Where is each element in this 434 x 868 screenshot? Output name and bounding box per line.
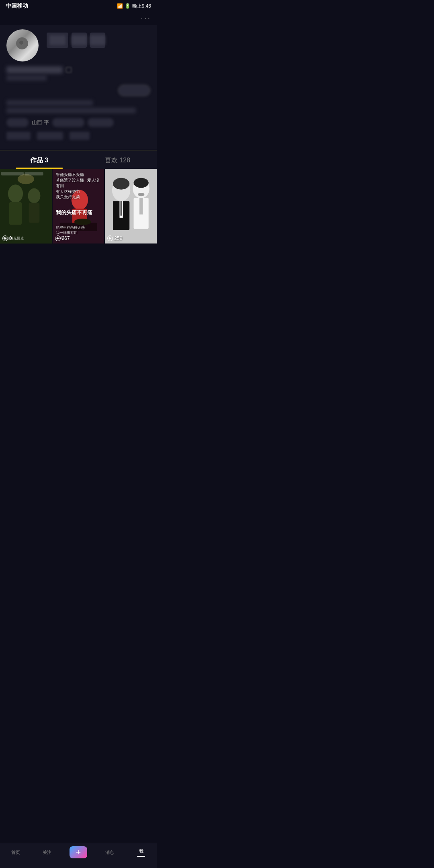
avatar	[6, 29, 39, 61]
svg-point-20	[134, 178, 149, 188]
video-2-overlay: 管他头痛不头痛 苦痛遮了没人懂 爱人没有用 有人这样努力 我只觉得光荣 我的头痛…	[53, 169, 104, 244]
video-3-play-count: 259	[107, 235, 122, 241]
svg-point-1	[8, 184, 23, 203]
play-icon-1	[2, 235, 8, 241]
bio-line-1	[6, 100, 93, 106]
video-1-play-count: 0	[2, 235, 12, 241]
overlay-text-big: 我的头痛不再痛	[56, 209, 101, 216]
status-icons: 📶 🔋 晚上9:46	[117, 3, 151, 10]
signal-icon: 📶	[117, 3, 123, 9]
overlay-text-1: 管他头痛不头痛 苦痛遮了没人懂 爱人没有用 有人这样努力 我只觉得光荣	[56, 172, 101, 200]
tag-1	[6, 118, 29, 127]
avatar-container	[6, 29, 39, 61]
video-grid: 黑袍纠兄慢走 0 管他头痛不头痛 苦痛遮了没人懂 爱人没有用 有人这样努力 我只…	[0, 169, 157, 244]
svg-rect-6	[1, 172, 24, 175]
more-menu-button[interactable]: ···	[0, 11, 157, 25]
stat-3	[70, 132, 90, 140]
follow-btn-area	[6, 85, 150, 96]
status-bar: 中国移动 📶 🔋 晚上9:46	[0, 0, 157, 11]
video-item-3[interactable]: 259	[105, 169, 157, 244]
stats-row	[6, 132, 150, 140]
tab-likes[interactable]: 喜欢 128	[78, 151, 157, 169]
handle-text	[6, 75, 47, 81]
time-display: 晚上9:46	[132, 3, 151, 10]
follow-button[interactable]	[118, 85, 150, 96]
svg-point-15	[113, 178, 129, 190]
bio-line-2	[6, 108, 136, 113]
svg-rect-4	[29, 203, 40, 223]
carrier-text: 中国移动	[6, 2, 28, 10]
svg-rect-7	[25, 172, 43, 175]
profile-section: 山西·平	[0, 25, 157, 149]
video-item-1[interactable]: 黑袍纠兄慢走 0	[0, 169, 52, 244]
video-item-2[interactable]: 管他头痛不头痛 苦痛遮了没人懂 爱人没有用 有人这样努力 我只觉得光荣 我的头痛…	[53, 169, 104, 244]
username-text	[6, 66, 63, 74]
svg-rect-2	[9, 202, 22, 225]
tag-3	[88, 118, 114, 127]
play-icon-3	[107, 235, 113, 241]
svg-point-3	[28, 188, 40, 203]
svg-point-5	[18, 174, 34, 184]
svg-rect-18	[121, 201, 122, 216]
tabs-container: 作品 3 喜欢 128	[0, 150, 157, 169]
username-row	[6, 66, 150, 74]
svg-rect-22	[139, 198, 143, 214]
svg-rect-13	[105, 169, 157, 244]
location-label: 山西·平	[32, 119, 49, 126]
tags-row: 山西·平	[6, 118, 150, 127]
profile-actions	[47, 33, 105, 48]
action-box-3[interactable]	[90, 33, 105, 48]
video-2-play-count: 267	[55, 235, 70, 241]
tab-works[interactable]: 作品 3	[0, 151, 78, 169]
stat-1	[6, 132, 31, 140]
svg-point-23	[138, 193, 145, 196]
tag-2	[52, 118, 84, 127]
battery-icon: 🔋	[125, 3, 131, 9]
play-icon-2	[55, 235, 61, 241]
bottom-content	[0, 244, 157, 324]
action-box-1[interactable]	[47, 33, 68, 48]
bio-area	[6, 100, 150, 113]
edit-icon[interactable]	[66, 67, 72, 73]
profile-top	[6, 29, 150, 61]
action-box-2[interactable]	[72, 33, 87, 48]
stat-2	[37, 132, 63, 140]
